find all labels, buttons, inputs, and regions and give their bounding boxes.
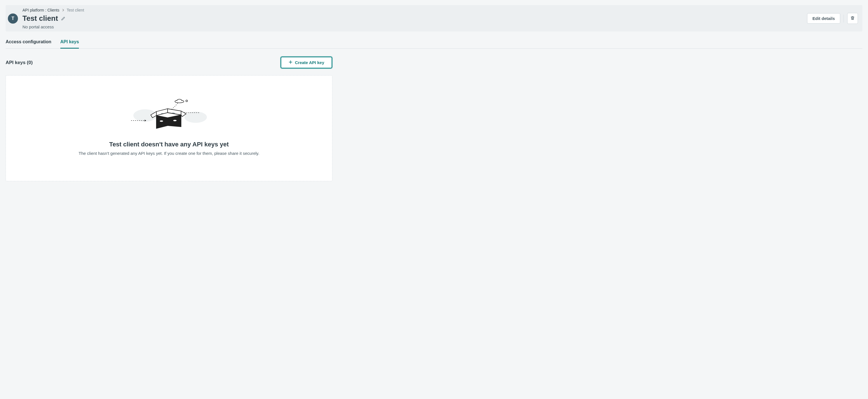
empty-box-illustration	[17, 95, 321, 132]
breadcrumb-parent[interactable]: API platform : Clients	[23, 8, 60, 12]
pencil-icon[interactable]	[61, 16, 65, 21]
tab-access-configuration[interactable]: Access configuration	[6, 39, 51, 49]
delete-button[interactable]	[847, 13, 858, 24]
breadcrumb: API platform : Clients Test client	[23, 7, 803, 12]
plus-icon	[288, 60, 292, 65]
chevron-right-icon	[62, 8, 65, 12]
tabs: Access configuration API keys	[6, 39, 862, 49]
trash-icon	[850, 16, 855, 21]
avatar-letter: T	[11, 16, 14, 21]
page-header: T API platform : Clients Test client Tes…	[6, 5, 862, 31]
header-actions: Edit details	[807, 13, 858, 24]
breadcrumb-current: Test client	[67, 8, 84, 12]
create-api-key-button[interactable]: Create API key	[280, 56, 332, 68]
open-box-icon	[151, 109, 186, 129]
edit-details-button[interactable]: Edit details	[807, 13, 840, 24]
svg-point-15	[160, 120, 163, 122]
section-header: API keys (0) Create API key	[6, 56, 332, 68]
svg-point-1	[184, 112, 207, 123]
section-title: API keys (0)	[6, 60, 33, 65]
svg-point-16	[173, 120, 177, 121]
header-center: API platform : Clients Test client Test …	[23, 7, 803, 29]
empty-state-description: The client hasn't generated any API keys…	[17, 151, 321, 156]
svg-point-6	[186, 100, 188, 102]
page-subtitle: No portal access	[23, 24, 803, 29]
create-api-key-label: Create API key	[295, 60, 324, 65]
empty-state-title: Test client doesn't have any API keys ye…	[17, 141, 321, 148]
ufo-icon	[175, 99, 184, 103]
page-title: Test client	[23, 14, 58, 23]
tab-api-keys[interactable]: API keys	[60, 39, 79, 49]
avatar: T	[8, 13, 18, 24]
empty-state-card: Test client doesn't have any API keys ye…	[6, 75, 332, 181]
title-row: Test client	[23, 14, 803, 23]
